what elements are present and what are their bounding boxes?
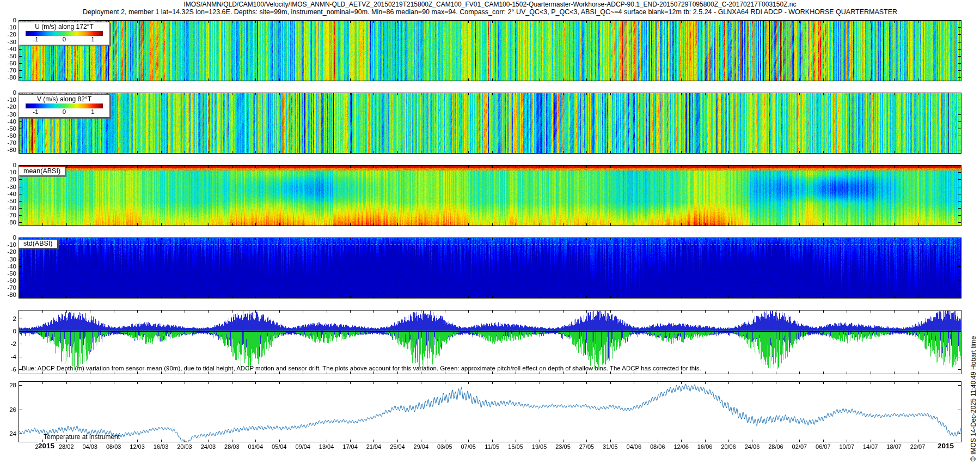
x-date-tick-label: 10/07 bbox=[839, 443, 854, 450]
x-date-tick-label: 22/07 bbox=[910, 443, 926, 450]
panel-temperature-timeseries: 282624 Temperature at instrument bbox=[19, 381, 961, 442]
x-date-tick-label: 24/06 bbox=[745, 443, 760, 450]
y-tick-label: -50 bbox=[0, 53, 16, 59]
temperature-canvas bbox=[19, 381, 961, 442]
y-tick-label: -20 bbox=[0, 248, 16, 255]
y-tick-label: -80 bbox=[0, 147, 16, 153]
panel-mean-absi-heatmap: 0-10-20-30-40-50-60-70-80 mean(ABSI) bbox=[19, 165, 961, 226]
x-date-tick-label: 12/03 bbox=[130, 443, 145, 450]
v-colorbar-ticks: -1 0 1 bbox=[26, 108, 103, 116]
x-date-tick-label: 13/04 bbox=[319, 443, 334, 450]
y-tick-label: -40 bbox=[0, 118, 16, 125]
x-date-tick-label: 21/04 bbox=[366, 443, 382, 450]
x-date-tick-label: 19/05 bbox=[532, 443, 547, 450]
colorbar-tick-zero: 0 bbox=[63, 36, 66, 42]
x-axis-year-left: 2015 bbox=[38, 442, 54, 450]
y-tick-label: -20 bbox=[0, 31, 16, 38]
y-tick-label: -70 bbox=[0, 284, 16, 291]
colorbar-tick-pos1: 1 bbox=[91, 108, 94, 115]
x-date-tick-label: 12/06 bbox=[673, 443, 689, 450]
y-tick-label: -50 bbox=[0, 125, 16, 132]
x-date-tick-label: 28/03 bbox=[224, 443, 240, 450]
x-date-tick-label: 14/07 bbox=[863, 443, 878, 450]
y-tick-label: -60 bbox=[0, 132, 16, 139]
u-legend-title: U (m/s) along 172°T bbox=[19, 23, 109, 31]
panel-v-velocity-heatmap: 0-10-20-30-40-50-60-70-80 V (m/s) along … bbox=[19, 93, 961, 154]
jet-colorbar bbox=[26, 103, 103, 108]
y-tick-label: 24 bbox=[0, 430, 16, 437]
x-date-tick-label: 20/03 bbox=[177, 443, 192, 450]
jet-colorbar bbox=[26, 31, 103, 36]
x-date-tick-label: 15/05 bbox=[508, 443, 523, 450]
y-tick-label: -70 bbox=[0, 139, 16, 146]
x-date-tick-label: 17/04 bbox=[342, 443, 358, 450]
x-date-tick-label: 04/06 bbox=[627, 443, 642, 450]
y-tick-label: -30 bbox=[0, 39, 16, 45]
y-tick-label: -20 bbox=[0, 103, 16, 110]
x-date-tick-label: 18/07 bbox=[886, 443, 902, 450]
y-tick-label: -2 bbox=[0, 340, 16, 347]
x-date-tick-label: 16/06 bbox=[697, 443, 713, 450]
x-date-tick-label: 09/04 bbox=[295, 443, 310, 450]
x-axis-date-labels: 24/0228/0204/0308/0312/0316/0320/0324/03… bbox=[19, 443, 961, 452]
copyright-watermark: © IMOS 14-Dec-2025 11:40:49 Hobart time bbox=[970, 336, 977, 461]
x-date-tick-label: 02/07 bbox=[792, 443, 807, 450]
x-axis-year-right: 2015 bbox=[938, 442, 954, 450]
x-date-tick-label: 23/05 bbox=[555, 443, 571, 450]
x-date-tick-label: 07/05 bbox=[461, 443, 476, 450]
y-tick-label: -50 bbox=[0, 270, 16, 277]
v-velocity-heatmap-canvas bbox=[19, 93, 961, 154]
y-tick-label: 0 bbox=[0, 89, 16, 96]
y-tick-label: -70 bbox=[0, 212, 16, 218]
y-tick-label: -4 bbox=[0, 354, 16, 360]
v-legend-title: V (m/s) along 82°T bbox=[19, 95, 109, 103]
x-date-tick-label: 16/03 bbox=[154, 443, 169, 450]
y-tick-label: -40 bbox=[0, 263, 16, 270]
y-tick-label: -6 bbox=[0, 366, 16, 373]
y-tick-label: 0 bbox=[0, 234, 16, 241]
u-colorbar-legend: U (m/s) along 172°T -1 0 1 bbox=[19, 22, 110, 45]
x-date-tick-label: 20/06 bbox=[721, 443, 736, 450]
x-date-tick-label: 31/05 bbox=[603, 443, 618, 450]
x-date-tick-label: 24/03 bbox=[201, 443, 216, 450]
x-date-tick-label: 08/03 bbox=[106, 443, 121, 450]
colorbar-tick-neg1: -1 bbox=[33, 108, 38, 115]
temperature-label: Temperature at instrument bbox=[44, 433, 120, 441]
y-tick-label: -80 bbox=[0, 74, 16, 81]
x-date-tick-label: 03/05 bbox=[437, 443, 452, 450]
y-tick-label: 0 bbox=[0, 17, 16, 23]
y-tick-label: 2 bbox=[0, 315, 16, 322]
y-tick-label: -20 bbox=[0, 176, 16, 182]
x-date-tick-label: 29/04 bbox=[414, 443, 429, 450]
y-tick-label: -80 bbox=[0, 291, 16, 298]
y-tick-label: -30 bbox=[0, 111, 16, 118]
y-tick-label: -30 bbox=[0, 184, 16, 190]
u-velocity-heatmap-canvas bbox=[19, 20, 961, 81]
std-absi-label: std(ABSI) bbox=[19, 239, 58, 248]
x-date-tick-label: 04/03 bbox=[82, 443, 97, 450]
panel-depth-variation-timeseries: 20-2-4-6 Blue: ADCP Depth (m) variation … bbox=[19, 310, 961, 374]
std-absi-heatmap-canvas bbox=[19, 237, 961, 298]
y-tick-label: -60 bbox=[0, 277, 16, 284]
y-tick-label: -10 bbox=[0, 96, 16, 103]
figure-subtitle-deployment: Deployment 2, member 1 lat=14.32S lon=12… bbox=[0, 8, 980, 16]
colorbar-tick-neg1: -1 bbox=[33, 36, 38, 42]
y-tick-label: 0 bbox=[0, 328, 16, 334]
x-date-tick-label: 28/02 bbox=[59, 443, 74, 450]
colorbar-tick-zero: 0 bbox=[63, 108, 66, 115]
x-date-tick-label: 08/06 bbox=[650, 443, 665, 450]
y-tick-label: -80 bbox=[0, 219, 16, 226]
x-date-tick-label: 11/05 bbox=[485, 443, 499, 450]
x-date-tick-label: 05/04 bbox=[272, 443, 287, 450]
y-tick-label: -10 bbox=[0, 24, 16, 31]
y-tick-label: 28 bbox=[0, 382, 16, 388]
y-tick-label: -10 bbox=[0, 169, 16, 175]
figure-root: IMOS/ANMN/QLD/CAM100/Velocity/IMOS_ANMN-… bbox=[0, 0, 980, 463]
y-tick-label: -40 bbox=[0, 46, 16, 52]
panel-u-velocity-heatmap: 0-10-20-30-40-50-60-70-80 U (m/s) along … bbox=[19, 20, 961, 81]
y-tick-label: -70 bbox=[0, 67, 16, 74]
colorbar-tick-pos1: 1 bbox=[91, 36, 94, 42]
x-date-tick-label: 27/05 bbox=[579, 443, 595, 450]
x-date-tick-label: 25/04 bbox=[390, 443, 405, 450]
y-tick-label: -60 bbox=[0, 60, 16, 66]
